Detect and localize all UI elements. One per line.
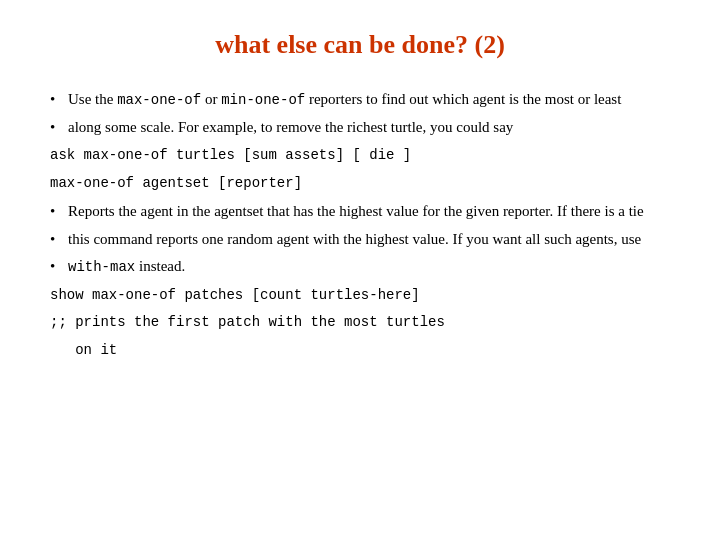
- bullet-dot: •: [50, 88, 68, 111]
- bullet-text-3: Reports the agent in the agentset that h…: [68, 200, 670, 223]
- content-area: • Use the max-one-of or min-one-of repor…: [50, 88, 670, 362]
- bullet-dot: •: [50, 228, 68, 251]
- bullet-text-5: with-max instead.: [68, 255, 670, 279]
- bullet-text-4: this command reports one random agent wi…: [68, 228, 670, 251]
- list-item: • Reports the agent in the agentset that…: [50, 200, 670, 223]
- page-title: what else can be done? (2): [50, 30, 670, 60]
- code-inline: max-one-of: [117, 92, 201, 108]
- list-item: • Use the max-one-of or min-one-of repor…: [50, 88, 670, 112]
- bullet-text-2: along some scale. For example, to remove…: [68, 116, 670, 139]
- code-block-4: ;; prints the first patch with the most …: [50, 312, 670, 334]
- list-item: • along some scale. For example, to remo…: [50, 116, 670, 139]
- bullet-dot: •: [50, 255, 68, 278]
- page: what else can be done? (2) • Use the max…: [0, 0, 720, 540]
- code-block-5: on it: [50, 340, 670, 362]
- code-block-2: max-one-of agentset [reporter]: [50, 173, 670, 195]
- list-item: • this command reports one random agent …: [50, 228, 670, 251]
- bullet-dot: •: [50, 116, 68, 139]
- code-block-1: ask max-one-of turtles [sum assets] [ di…: [50, 145, 670, 167]
- bullet-text-1: Use the max-one-of or min-one-of reporte…: [68, 88, 670, 112]
- list-item: • with-max instead.: [50, 255, 670, 279]
- code-inline: with-max: [68, 259, 135, 275]
- code-block-3: show max-one-of patches [count turtles-h…: [50, 285, 670, 307]
- code-inline: min-one-of: [221, 92, 305, 108]
- bullet-dot: •: [50, 200, 68, 223]
